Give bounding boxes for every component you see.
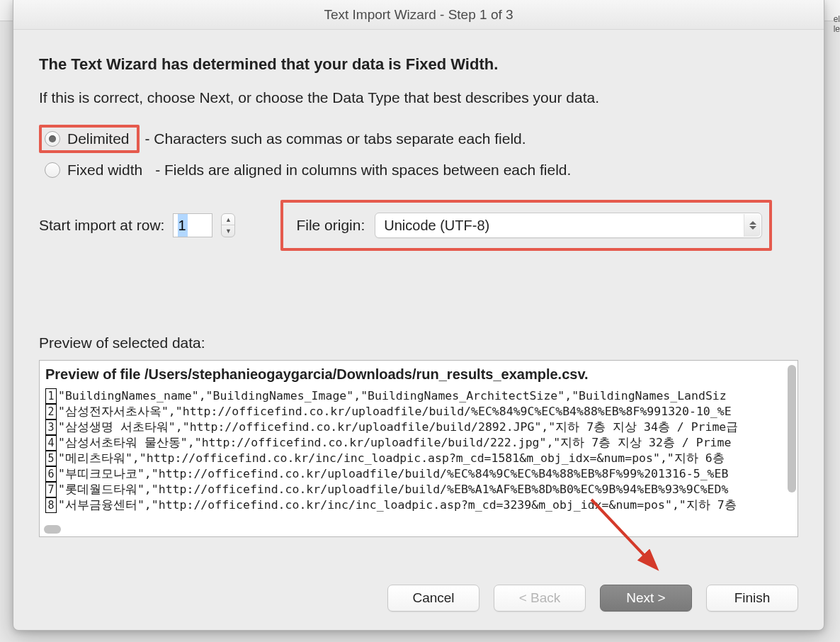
next-button[interactable]: Next > — [600, 585, 692, 612]
preview-row-number: 3 — [45, 419, 57, 435]
radio-delimited-desc: - Characters such as commas or tabs sepa… — [145, 130, 526, 147]
file-origin-select[interactable]: Unicode (UTF-8) — [375, 213, 762, 238]
preview-row-number: 5 — [45, 451, 57, 466]
preview-row-text: "BuildingNames_name","BuildingNames_Imag… — [58, 388, 727, 404]
radio-delimited[interactable] — [45, 131, 60, 147]
preview-row-text: "삼성전자서초사옥","http://officefind.co.kr/uplo… — [58, 404, 732, 419]
preview-row-number: 1 — [45, 388, 57, 404]
preview-row-text: "롯데월드타워","http://officefind.co.kr/upload… — [58, 482, 728, 497]
preview-row-number: 6 — [45, 466, 57, 482]
fixed-radio-box: Fixed width — [39, 159, 149, 181]
preview-label: Preview of selected data: — [39, 334, 798, 351]
radio-fixed-desc: - Fields are aligned in columns with spa… — [155, 162, 571, 179]
spinner-down-icon[interactable]: ▼ — [222, 225, 234, 237]
radio-fixed-label[interactable]: Fixed width — [67, 162, 142, 179]
scrollbar-vertical[interactable] — [788, 365, 796, 492]
radio-delimited-label[interactable]: Delimited — [67, 130, 130, 147]
back-button[interactable]: < Back — [494, 585, 586, 612]
finish-button[interactable]: Finish — [706, 585, 798, 612]
preview-row-number: 2 — [45, 404, 57, 419]
radio-row-delimited: Delimited - Characters such as commas or… — [39, 125, 798, 153]
preview-row: 6"부띠크모나코","http://officefind.co.kr/uploa… — [45, 466, 792, 482]
cancel-button[interactable]: Cancel — [387, 585, 479, 612]
preview-row-text: "삼성생명 서초타워","http://officefind.co.kr/upl… — [58, 419, 738, 435]
start-row-spinner[interactable]: ▲ ▼ — [221, 213, 235, 237]
preview-row: 8"서부금융센터","http://officefind.co.kr/inc/i… — [45, 497, 792, 513]
preview-row-text: "삼성서초타워 물산동","http://officefind.co.kr/up… — [58, 435, 731, 451]
preview-file-title: Preview of file /Users/stephanieogaygarc… — [45, 366, 792, 383]
preview-row: 3"삼성생명 서초타워","http://officefind.co.kr/up… — [45, 419, 792, 435]
preview-row-number: 7 — [45, 482, 57, 497]
preview-row-text: "부띠크모나코","http://officefind.co.kr/upload… — [58, 466, 728, 482]
preview-row: 2"삼성전자서초사옥","http://officefind.co.kr/upl… — [45, 404, 792, 419]
text-import-wizard-dialog: Text Import Wizard - Step 1 of 3 The Tex… — [13, 0, 824, 631]
file-origin-highlight: File origin: Unicode (UTF-8) — [280, 200, 772, 251]
preview-box[interactable]: Preview of file /Users/stephanieogaygarc… — [39, 360, 798, 537]
preview-row-number: 8 — [45, 497, 57, 513]
file-origin-value: Unicode (UTF-8) — [384, 218, 489, 234]
wizard-intro: If this is correct, choose Next, or choo… — [39, 89, 798, 106]
start-row-label: Start import at row: — [39, 217, 164, 234]
start-row-and-file-origin: Start import at row: ▲ ▼ File origin: Un… — [39, 200, 798, 251]
preview-row: 1"BuildingNames_name","BuildingNames_Ima… — [45, 388, 792, 404]
dialog-content: The Text Wizard has determined that your… — [13, 30, 824, 569]
wizard-headline: The Text Wizard has determined that your… — [39, 55, 798, 74]
preview-rows: 1"BuildingNames_name","BuildingNames_Ima… — [45, 388, 792, 513]
radio-fixed-width[interactable] — [45, 162, 60, 178]
spinner-up-icon[interactable]: ▲ — [222, 214, 234, 225]
bg-right-text: el le — [834, 14, 840, 34]
preview-row: 4"삼성서초타워 물산동","http://officefind.co.kr/u… — [45, 435, 792, 451]
file-origin-label: File origin: — [296, 217, 365, 234]
preview-row-text: "메리츠타워","http://officefind.co.kr/inc/inc… — [58, 451, 725, 466]
preview-row-text: "서부금융센터","http://officefind.co.kr/inc/in… — [58, 497, 737, 513]
preview-row: 7"롯데월드타워","http://officefind.co.kr/uploa… — [45, 482, 792, 497]
scrollbar-horizontal[interactable] — [44, 525, 61, 534]
radio-row-fixed: Fixed width - Fields are aligned in colu… — [39, 156, 798, 184]
delimited-radio-highlight: Delimited — [39, 125, 140, 153]
dialog-title: Text Import Wizard - Step 1 of 3 — [13, 0, 824, 30]
preview-row-number: 4 — [45, 435, 57, 451]
dialog-button-row: Cancel < Back Next > Finish — [13, 569, 824, 630]
preview-row: 5"메리츠타워","http://officefind.co.kr/inc/in… — [45, 451, 792, 466]
select-chevrons-icon[interactable] — [744, 214, 761, 237]
start-row-input[interactable] — [173, 213, 212, 237]
